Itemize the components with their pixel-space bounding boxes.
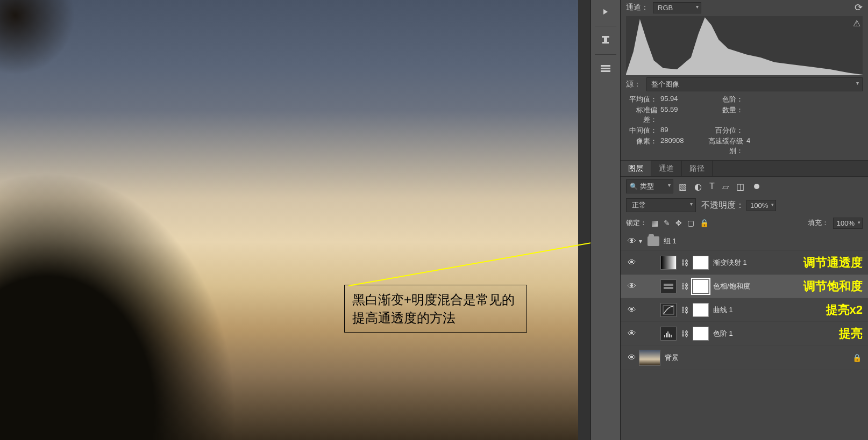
lock-artboard-icon[interactable]: ▢ <box>687 219 694 227</box>
annotation-label: 提亮 <box>839 326 863 342</box>
lock-pixels-icon[interactable]: ✎ <box>664 219 670 227</box>
visibility-toggle-icon[interactable]: 👁 <box>625 353 639 363</box>
curves-thumb-icon[interactable] <box>660 303 677 317</box>
background-thumb[interactable] <box>639 350 660 366</box>
count-value <box>746 105 768 125</box>
svg-rect-8 <box>601 70 610 72</box>
channel-dropdown[interactable]: RGB <box>653 2 701 13</box>
annotation-label: 提亮x2 <box>826 302 863 318</box>
group-name[interactable]: 组 1 <box>664 236 677 246</box>
source-label: 源： <box>626 80 641 89</box>
svg-rect-15 <box>666 333 667 337</box>
tab-channels[interactable]: 通道 <box>651 161 682 176</box>
gradient-map-thumb-icon[interactable] <box>660 256 677 270</box>
layer-blend-row: 正常 不透明度： 100% <box>621 196 868 214</box>
layer-mask-thumb[interactable] <box>693 279 709 293</box>
histogram-panel: 通道： RGB ⟳ ⚠ 源： 整个图像 平均值： 95.94 色阶： 标准偏差：… <box>621 0 868 161</box>
svg-rect-6 <box>601 65 610 67</box>
lock-all-icon[interactable]: 🔒 <box>700 219 709 227</box>
link-icon[interactable]: ⛓ <box>681 282 688 291</box>
chevron-down-icon[interactable]: ▾ <box>639 237 642 245</box>
divider <box>595 26 616 26</box>
stddev-label: 标准偏差： <box>626 105 660 125</box>
right-panels: 通道： RGB ⟳ ⚠ 源： 整个图像 平均值： 95.94 色阶： 标准偏差：… <box>621 0 868 440</box>
blend-mode-dropdown[interactable]: 正常 <box>626 198 696 212</box>
folder-icon <box>648 236 659 246</box>
svg-rect-13 <box>663 306 674 314</box>
svg-rect-18 <box>671 335 672 337</box>
level-label: 色阶： <box>698 95 746 104</box>
annotation-textbox: 黑白渐变+明度混合是常见的提高通透度的方法 <box>344 285 527 333</box>
svg-rect-3 <box>602 36 609 38</box>
levels-thumb-icon[interactable] <box>660 327 677 341</box>
svg-rect-14 <box>664 335 665 337</box>
mean-value: 95.94 <box>660 95 698 104</box>
annotation-label: 调节通透度 <box>803 255 863 271</box>
source-dropdown[interactable]: 整个图像 <box>646 77 863 91</box>
cache-label: 高速缓存级别： <box>698 136 746 156</box>
filter-type-icon[interactable]: T <box>709 182 715 191</box>
layer-group-row[interactable]: 👁 ▾ 组 1 <box>621 232 868 251</box>
link-icon[interactable]: ⛓ <box>681 329 688 338</box>
layer-row-gradient-map[interactable]: 👁 ⛓ 渐变映射 1 调节通透度 <box>621 251 868 275</box>
layer-name[interactable]: 背景 <box>665 353 679 363</box>
expand-icon[interactable] <box>596 2 615 21</box>
median-label: 中间值： <box>626 126 660 135</box>
tab-layers[interactable]: 图层 <box>621 161 651 176</box>
filter-pixel-icon[interactable]: ▧ <box>679 182 687 192</box>
lock-position-icon[interactable]: ✥ <box>675 219 682 227</box>
link-icon[interactable]: ⛓ <box>681 258 688 267</box>
layer-row-levels[interactable]: 👁 ⛓ 色阶 1 提亮 <box>621 322 868 345</box>
layer-mask-thumb[interactable] <box>693 303 709 317</box>
layer-name[interactable]: 色阶 1 <box>713 329 733 338</box>
tab-paths[interactable]: 路径 <box>682 161 713 176</box>
panel-icon[interactable] <box>596 59 615 78</box>
layer-name[interactable]: 色相/饱和度 <box>713 282 750 291</box>
hue-saturation-thumb-icon[interactable] <box>660 279 677 293</box>
filter-shape-icon[interactable]: ▱ <box>722 182 729 192</box>
opacity-input[interactable]: 100% <box>746 200 776 211</box>
channel-label: 通道： <box>626 3 649 12</box>
svg-marker-2 <box>603 9 608 15</box>
layer-mask-thumb[interactable] <box>693 327 709 341</box>
layers-list: 👁 ▾ 组 1 👁 ⛓ 渐变映射 1 调节通透度 👁 <box>621 232 868 440</box>
link-icon[interactable]: ⛓ <box>681 306 688 314</box>
cache-value: 4 <box>746 136 768 156</box>
layer-row-curves[interactable]: 👁 ⛓ 曲线 1 提亮x2 <box>621 298 868 322</box>
svg-rect-16 <box>667 331 668 337</box>
fill-label: 填充： <box>808 218 829 228</box>
layer-name[interactable]: 渐变映射 1 <box>713 258 747 268</box>
histogram-chart[interactable] <box>626 16 863 75</box>
svg-rect-17 <box>669 334 670 337</box>
filter-toggle-icon[interactable] <box>754 184 759 189</box>
level-value <box>746 95 768 104</box>
svg-rect-4 <box>604 38 607 42</box>
filter-type-dropdown[interactable]: 类型 <box>626 179 673 193</box>
warning-icon[interactable]: ⚠ <box>853 18 860 28</box>
refresh-icon[interactable]: ⟳ <box>855 2 863 13</box>
visibility-toggle-icon[interactable]: 👁 <box>625 282 639 291</box>
lock-label: 锁定： <box>626 218 647 228</box>
visibility-toggle-icon[interactable]: 👁 <box>625 236 639 246</box>
filter-smart-icon[interactable]: ◫ <box>736 182 744 192</box>
visibility-toggle-icon[interactable]: 👁 <box>625 329 639 338</box>
visibility-toggle-icon[interactable]: 👁 <box>625 305 639 315</box>
layer-name[interactable]: 曲线 1 <box>713 305 733 315</box>
visibility-toggle-icon[interactable]: 👁 <box>625 258 639 268</box>
divider <box>595 54 616 55</box>
lock-transparent-icon[interactable]: ▦ <box>651 219 658 227</box>
clone-stamp-icon[interactable] <box>596 31 615 50</box>
pixels-value: 280908 <box>660 136 698 156</box>
layer-lock-row: 锁定： ▦ ✎ ✥ ▢ 🔒 填充： 100% <box>621 214 868 232</box>
filter-adjustment-icon[interactable]: ◐ <box>694 182 702 192</box>
fill-input[interactable]: 100% <box>833 218 863 229</box>
histogram-stats: 平均值： 95.94 色阶： 标准偏差： 55.59 数量： 中间值： 89 百… <box>626 95 863 156</box>
svg-rect-11 <box>664 284 673 286</box>
lock-icon[interactable]: 🔒 <box>852 354 862 362</box>
layer-filter-row: 类型 ▧ ◐ T ▱ ◫ <box>621 177 868 196</box>
svg-rect-5 <box>602 42 609 44</box>
layer-mask-thumb[interactable] <box>693 256 709 270</box>
layer-row-background[interactable]: 👁 背景 🔒 <box>621 345 868 370</box>
canvas-area[interactable]: 黑白渐变+明度混合是常见的提高通透度的方法 <box>0 0 578 440</box>
layer-row-hue-saturation[interactable]: 👁 ⛓ 色相/饱和度 调节饱和度 <box>621 275 868 298</box>
